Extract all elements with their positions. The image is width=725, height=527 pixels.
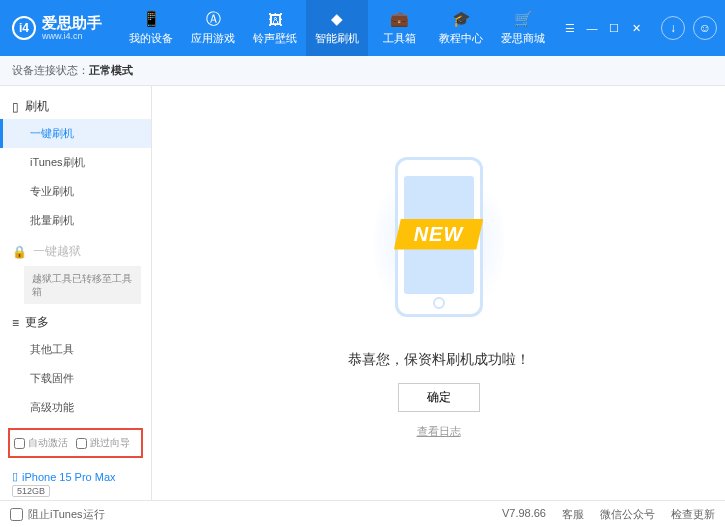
menu-icon[interactable]: ☰: [561, 19, 579, 37]
sidebar-item-advanced[interactable]: 高级功能: [0, 393, 151, 422]
download-button[interactable]: ↓: [661, 16, 685, 40]
header-right: ☰ — ☐ ✕ ↓ ☺: [561, 16, 717, 40]
nav-toolbox[interactable]: 💼工具箱: [368, 0, 430, 56]
sidebar-options-highlight: 自动激活 跳过向导: [8, 428, 143, 458]
book-icon: 🎓: [452, 10, 470, 28]
success-message: 恭喜您，保资料刷机成功啦！: [348, 351, 530, 369]
view-log-link[interactable]: 查看日志: [417, 424, 461, 439]
sidebar-group-jailbreak: 🔒一键越狱: [0, 235, 151, 264]
list-icon: ≡: [12, 316, 19, 330]
skip-guide-checkbox[interactable]: 跳过向导: [76, 436, 130, 450]
toolbox-icon: 💼: [390, 10, 408, 28]
device-type: iPhone: [12, 499, 139, 500]
main-content: NEW 恭喜您，保资料刷机成功啦！ 确定 查看日志: [152, 86, 725, 500]
window-controls: ☰ — ☐ ✕: [561, 19, 645, 37]
nav-my-device[interactable]: 📱我的设备: [120, 0, 182, 56]
new-banner: NEW: [394, 219, 484, 250]
block-itunes-checkbox[interactable]: 阻止iTunes运行: [10, 507, 105, 522]
close-icon[interactable]: ✕: [627, 19, 645, 37]
sidebar-group-more[interactable]: ≡更多: [0, 306, 151, 335]
image-icon: 🖼: [266, 10, 284, 28]
status-bar: 设备连接状态： 正常模式: [0, 56, 725, 86]
maximize-icon[interactable]: ☐: [605, 19, 623, 37]
status-label: 设备连接状态：: [12, 63, 89, 78]
footer-link-wechat[interactable]: 微信公众号: [600, 507, 655, 522]
flash-icon: ◆: [328, 10, 346, 28]
sidebar-item-oneclick-flash[interactable]: 一键刷机: [0, 119, 151, 148]
sidebar-item-download-firmware[interactable]: 下载固件: [0, 364, 151, 393]
app-header: i4 爱思助手 www.i4.cn 📱我的设备 Ⓐ应用游戏 🖼铃声壁纸 ◆智能刷…: [0, 0, 725, 56]
device-icon: 📱: [142, 10, 160, 28]
app-subtitle: www.i4.cn: [42, 31, 102, 41]
cart-icon: 🛒: [514, 10, 532, 28]
sidebar: ▯刷机 一键刷机 iTunes刷机 专业刷机 批量刷机 🔒一键越狱 越狱工具已转…: [0, 86, 152, 500]
status-value: 正常模式: [89, 63, 133, 78]
device-name: ▯iPhone 15 Pro Max: [12, 470, 139, 483]
app-logo: i4 爱思助手 www.i4.cn: [12, 15, 102, 42]
app-title: 爱思助手: [42, 15, 102, 32]
sidebar-item-pro-flash[interactable]: 专业刷机: [0, 177, 151, 206]
footer-link-support[interactable]: 客服: [562, 507, 584, 522]
auto-activate-checkbox[interactable]: 自动激活: [14, 436, 68, 450]
footer: 阻止iTunes运行 V7.98.66 客服 微信公众号 检查更新: [0, 500, 725, 527]
sidebar-group-flash[interactable]: ▯刷机: [0, 90, 151, 119]
logo-icon: i4: [12, 16, 36, 40]
sidebar-item-other-tools[interactable]: 其他工具: [0, 335, 151, 364]
version-label: V7.98.66: [502, 507, 546, 522]
lock-icon: 🔒: [12, 245, 27, 259]
sidebar-jailbreak-note: 越狱工具已转移至工具箱: [24, 266, 141, 304]
success-illustration: NEW: [374, 147, 504, 337]
nav-smart-flash[interactable]: ◆智能刷机: [306, 0, 368, 56]
minimize-icon[interactable]: —: [583, 19, 601, 37]
main-nav: 📱我的设备 Ⓐ应用游戏 🖼铃声壁纸 ◆智能刷机 💼工具箱 🎓教程中心 🛒爱思商城: [120, 0, 554, 56]
phone-small-icon: ▯: [12, 470, 18, 483]
ok-button[interactable]: 确定: [398, 383, 480, 412]
sidebar-item-batch-flash[interactable]: 批量刷机: [0, 206, 151, 235]
phone-icon: ▯: [12, 100, 19, 114]
nav-ringtone-wallpaper[interactable]: 🖼铃声壁纸: [244, 0, 306, 56]
footer-link-update[interactable]: 检查更新: [671, 507, 715, 522]
nav-apps-games[interactable]: Ⓐ应用游戏: [182, 0, 244, 56]
nav-store[interactable]: 🛒爱思商城: [492, 0, 554, 56]
sidebar-item-itunes-flash[interactable]: iTunes刷机: [0, 148, 151, 177]
apps-icon: Ⓐ: [204, 10, 222, 28]
device-storage: 512GB: [12, 485, 50, 497]
device-info[interactable]: ▯iPhone 15 Pro Max 512GB iPhone: [0, 464, 151, 500]
nav-tutorials[interactable]: 🎓教程中心: [430, 0, 492, 56]
user-button[interactable]: ☺: [693, 16, 717, 40]
